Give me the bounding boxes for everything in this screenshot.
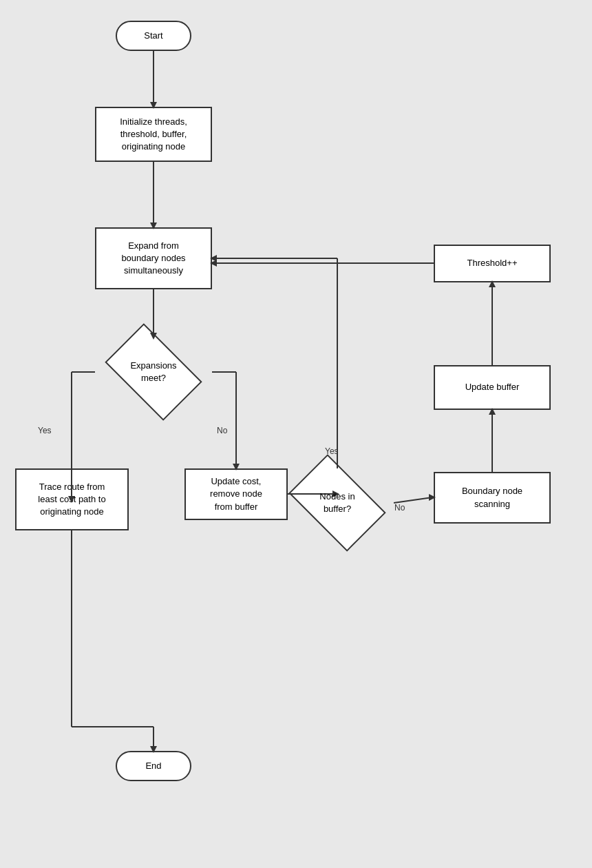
yes-buffer-label: Yes — [325, 446, 339, 456]
no-label: No — [217, 426, 227, 435]
update-buffer-node: Update buffer — [434, 365, 551, 410]
svg-line-18 — [394, 497, 432, 503]
no-buffer-label: No — [394, 503, 405, 513]
yes-label: Yes — [38, 426, 52, 435]
start-node: Start — [116, 21, 191, 51]
trace-route-node: Trace route from least cost path to orig… — [15, 468, 129, 530]
expansions-meet-diamond: Expansions meet? — [95, 338, 212, 406]
expand-node: Expand from boundary nodes simultaneousl… — [95, 227, 212, 289]
threshold-pp-node: Threshold++ — [434, 245, 551, 282]
init-node: Initialize threads, threshold, buffer, o… — [95, 107, 212, 162]
end-node: End — [116, 751, 191, 781]
boundary-scanning-node: Boundary node scanning — [434, 472, 551, 524]
update-cost-node: Update cost, remove node from buffer — [184, 468, 288, 520]
nodes-in-buffer-diamond: Nodes in buffer? — [282, 468, 392, 537]
